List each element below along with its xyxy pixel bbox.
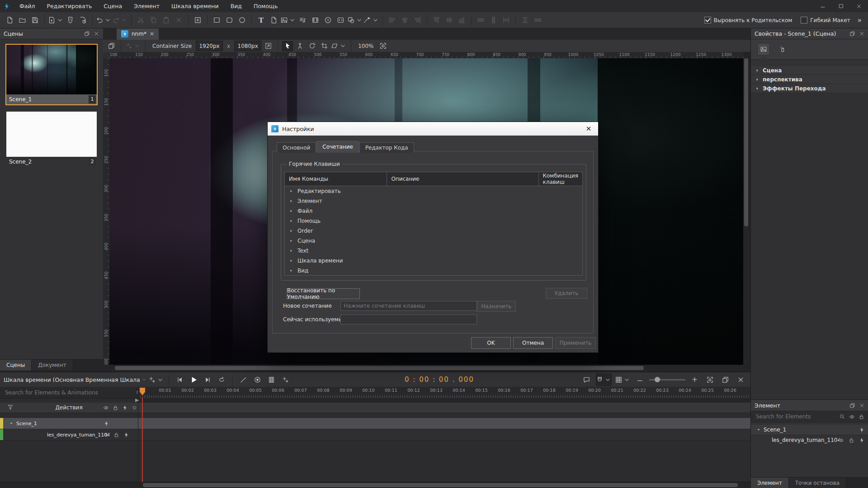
bolt-icon[interactable] (104, 421, 109, 427)
settings-dialog-tab[interactable]: Редактор Кода (359, 142, 414, 153)
left-dock-tab[interactable]: Сцены (0, 360, 32, 371)
element-search-input[interactable] (755, 413, 835, 420)
eye-icon[interactable] (838, 437, 844, 443)
insert-video-button[interactable] (309, 14, 321, 26)
dialog-close-button[interactable]: ✕ (583, 125, 594, 133)
chevron-down-icon[interactable] (339, 42, 347, 50)
settings-dialog-tab[interactable]: Основной (277, 142, 316, 153)
insert-audio-button[interactable] (297, 14, 309, 26)
bolt-icon[interactable] (122, 405, 128, 411)
same-width-button[interactable] (519, 14, 531, 26)
shortcut-group-row[interactable]: Элемент (285, 196, 582, 206)
timeline-ruler[interactable]: 00:0100:0200:0300:0400:0500:0600:0700:08… (138, 387, 750, 399)
menubar-item[interactable]: Файл (14, 0, 41, 12)
shortcut-group-row[interactable]: Шкала времени (285, 256, 582, 266)
align-to-parent-checkbox[interactable] (704, 17, 711, 23)
slider-knob[interactable] (655, 377, 660, 382)
float-panel-icon[interactable] (84, 31, 90, 37)
shortcut-group-row[interactable]: Файл (285, 206, 582, 216)
space-evenly-button[interactable] (500, 14, 512, 26)
rounded-rectangle-tool-button[interactable] (223, 14, 236, 26)
freeform-pen-button[interactable] (363, 14, 379, 26)
cancel-button[interactable]: Отмена (513, 337, 553, 349)
element-tree-row[interactable]: Scene_1 (751, 425, 868, 435)
comment-button[interactable] (580, 374, 593, 386)
skew-tool-button[interactable] (331, 41, 347, 51)
snap-toggle-button[interactable] (596, 374, 612, 386)
scale-container-button[interactable] (263, 41, 274, 51)
align-top-button[interactable] (430, 14, 443, 26)
chevron-down-icon[interactable] (133, 42, 141, 50)
html-widget-button[interactable] (268, 14, 280, 26)
chevron-down-icon[interactable] (142, 377, 146, 382)
scene-item[interactable]: Scene_11 (6, 45, 97, 104)
toolbar-overflow-button[interactable]: » (858, 16, 862, 24)
save-button[interactable] (29, 14, 41, 26)
dialog-titlebar[interactable]: Настройки ✕ (268, 122, 598, 136)
assign-shortcut-button[interactable]: Назначить (477, 301, 516, 312)
crop-tool-button[interactable] (319, 41, 330, 51)
float-panel-icon[interactable] (849, 31, 855, 37)
element-tree-row[interactable]: les_derevya_tuman_110485... (751, 435, 868, 445)
bolt-icon[interactable] (123, 432, 129, 438)
transform-origin-tool-button[interactable] (294, 41, 305, 51)
undo-button[interactable] (96, 14, 112, 26)
expand-arrow-icon[interactable] (289, 199, 293, 203)
document-tab[interactable]: nnm* ✕ (117, 28, 159, 40)
expand-timeline-button[interactable] (704, 374, 716, 386)
select-tool-button[interactable] (282, 41, 293, 51)
menubar-item[interactable]: Редактировать (41, 0, 98, 12)
canvas-horizontal-scrollbar[interactable] (103, 365, 743, 371)
properties-tab-general[interactable] (757, 43, 770, 56)
timeline-zoom-slider[interactable] (649, 379, 685, 380)
currently-used-input[interactable] (340, 314, 477, 324)
expand-arrow-icon[interactable] (289, 268, 293, 273)
shortcut-group-row[interactable]: Помощь (285, 216, 582, 226)
embed-code-button[interactable] (335, 14, 347, 26)
eye-icon[interactable] (103, 405, 109, 411)
timeline-scrollbar[interactable] (0, 482, 750, 488)
zoom-in-button[interactable]: + (689, 374, 701, 386)
ok-button[interactable]: OK (471, 337, 511, 349)
chevron-down-icon[interactable] (372, 16, 379, 24)
add-timeline-button[interactable] (148, 374, 164, 386)
close-panel-icon[interactable] (859, 31, 865, 37)
menubar-item[interactable]: Вид (225, 0, 248, 12)
left-dock-tab[interactable]: Документ (32, 360, 73, 371)
expand-arrow-icon[interactable] (289, 239, 293, 243)
bolt-icon[interactable] (859, 427, 865, 433)
bolt-icon[interactable] (859, 437, 865, 443)
add-container-button[interactable] (125, 41, 141, 51)
fit-to-screen-button[interactable] (378, 41, 389, 51)
shortcut-group-row[interactable]: Сцена (285, 236, 582, 246)
scrollbar-thumb[interactable] (744, 58, 748, 226)
timeline-track-row[interactable]: les_derevya_tuman_110485_1920x1... (0, 429, 750, 441)
chevron-down-icon[interactable] (623, 376, 631, 384)
chevron-down-icon[interactable] (120, 16, 128, 24)
expand-arrow-icon[interactable] (289, 258, 293, 263)
go-to-start-button[interactable] (174, 374, 186, 386)
expand-arrow-icon[interactable] (289, 229, 293, 233)
scene-item[interactable]: Scene_22 (6, 112, 97, 167)
close-button[interactable] (850, 0, 868, 12)
chevron-down-icon[interactable] (288, 16, 296, 24)
add-effect-button[interactable] (279, 374, 292, 386)
expand-arrow-icon[interactable] (289, 209, 293, 213)
open-document-button[interactable] (16, 14, 28, 26)
fit-container-button[interactable] (106, 41, 117, 51)
diamond-keyframe-icon[interactable] (132, 405, 137, 411)
grid-options-button[interactable] (615, 374, 631, 386)
new-document-button[interactable] (4, 14, 16, 26)
ellipse-tool-button[interactable] (236, 14, 248, 26)
lock-icon[interactable] (859, 414, 864, 420)
new-shortcut-input[interactable] (340, 301, 477, 311)
align-to-parent-option[interactable]: Выровнять к Родительском (704, 17, 793, 23)
rotate-tool-button[interactable] (307, 41, 317, 51)
timeline-search-input[interactable] (4, 389, 133, 396)
flexible-layout-option[interactable]: Гибкий Макет (801, 17, 850, 23)
eye-icon[interactable] (849, 414, 855, 420)
shortcut-group-row[interactable]: Редактировать (285, 186, 582, 196)
align-center-button[interactable] (399, 14, 411, 26)
loop-button[interactable] (216, 374, 228, 386)
delete-button[interactable] (173, 14, 185, 26)
